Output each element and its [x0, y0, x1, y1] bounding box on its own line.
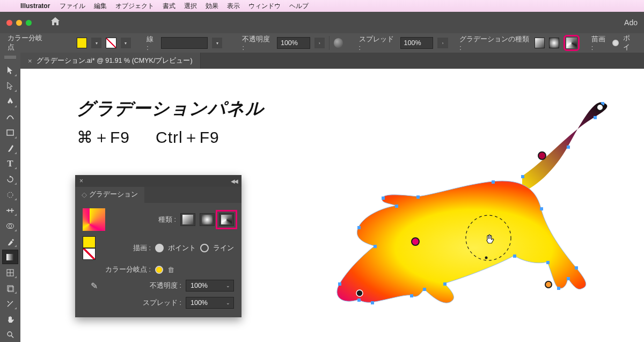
colorstop-icon[interactable]	[155, 266, 163, 274]
panel-close-icon[interactable]: ×	[79, 177, 83, 185]
point-radio[interactable]	[612, 40, 619, 46]
draw-line-label: ライン	[213, 244, 234, 253]
color-point-black-left[interactable]	[356, 290, 363, 296]
menu-edit[interactable]: 編集	[90, 2, 111, 11]
panel-header[interactable]: × ◀◀	[75, 175, 241, 187]
zoom-window-button[interactable]	[26, 20, 32, 26]
panel-opacity-input[interactable]: 100%⌄	[186, 280, 234, 292]
stroke-weight-input[interactable]	[161, 37, 208, 49]
home-icon[interactable]	[50, 17, 61, 28]
eyedropper-icon[interactable]: ✎	[91, 281, 98, 291]
svg-rect-24	[371, 301, 374, 304]
panel-stroke-swatch[interactable]	[83, 248, 96, 260]
gradient-radial-button[interactable]	[549, 38, 559, 48]
shortcut-mac: ⌘＋F9	[77, 128, 130, 146]
slice-tool[interactable]	[2, 296, 18, 311]
point-label: ポイ	[623, 34, 636, 52]
eyedropper-tool[interactable]	[2, 234, 18, 249]
type-freeform-button[interactable]	[219, 213, 234, 226]
type-linear-button[interactable]	[180, 213, 195, 226]
spread-label: スプレッド :	[359, 35, 396, 52]
svg-rect-16	[492, 180, 495, 184]
menu-view[interactable]: 表示	[223, 2, 244, 11]
draw-line-radio[interactable]	[200, 244, 209, 252]
pen-tool[interactable]	[2, 94, 18, 109]
menu-window[interactable]: ウィンドウ	[244, 2, 285, 11]
gradient-panel-tab[interactable]: ◇グラデーション	[75, 187, 144, 203]
svg-rect-21	[443, 282, 447, 286]
canvas[interactable]: グラデーションパネル ⌘＋F9Ctrl＋F9 × ◀◀ ◇グラデーション 種類 …	[20, 69, 644, 342]
close-window-button[interactable]	[6, 20, 12, 26]
panel-spread-input[interactable]: 100%⌄	[186, 297, 234, 309]
fill-swatch[interactable]	[77, 38, 87, 48]
panel-collapse-icon[interactable]: ◀◀	[231, 178, 237, 184]
menu-file[interactable]: ファイル	[55, 2, 90, 11]
type-tool[interactable]: T	[2, 157, 18, 171]
zoom-tool[interactable]	[2, 328, 18, 342]
gradient-panel[interactable]: × ◀◀ ◇グラデーション 種類 :	[75, 175, 241, 317]
rotate-tool[interactable]	[2, 172, 18, 186]
svg-rect-20	[513, 254, 516, 258]
svg-rect-15	[416, 195, 420, 199]
document-tabstrip: × グラデーション.ai* @ 91.91 % (CMYK/プレビュー)	[20, 53, 644, 69]
document-tab-label: グラデーション.ai* @ 91.91 % (CMYK/プレビュー)	[36, 56, 193, 66]
minimize-window-button[interactable]	[16, 20, 22, 26]
artboard-tool[interactable]	[2, 281, 18, 295]
panel-tab-label: グラデーション	[89, 190, 138, 199]
color-point-orange[interactable]	[545, 281, 552, 288]
color-point-magenta[interactable]	[412, 238, 419, 245]
rectangle-tool[interactable]	[2, 126, 18, 140]
menu-help[interactable]: ヘルプ	[285, 2, 313, 11]
workspace: T × グラデーション.ai* @ 91.91 % (CMYK/プレビュー) グ…	[0, 53, 644, 342]
draw-point-radio[interactable]	[155, 244, 164, 252]
curvature-tool[interactable]	[2, 110, 18, 125]
sphere-icon[interactable]	[334, 38, 343, 48]
stroke-label: 線 :	[147, 35, 157, 52]
scale-tool[interactable]	[2, 187, 18, 202]
gradient-type-label: グラデーションの種類 :	[459, 35, 530, 52]
mesh-tool[interactable]	[2, 265, 18, 280]
artwork-cat[interactable]	[310, 101, 616, 316]
width-tool[interactable]	[2, 203, 18, 217]
trash-icon[interactable]: 🗑	[167, 266, 174, 274]
opacity-menu[interactable]: ›	[314, 38, 325, 48]
gradient-freeform-highlight	[564, 35, 580, 51]
document-area: × グラデーション.ai* @ 91.91 % (CMYK/プレビュー) グラデ…	[20, 53, 644, 342]
spread-menu[interactable]: ›	[437, 38, 448, 48]
hand-tool[interactable]	[2, 312, 18, 326]
brush-tool[interactable]	[2, 141, 18, 156]
stroke-swatch-menu[interactable]: ▾	[121, 38, 131, 48]
panel-fill-swatch[interactable]	[83, 236, 96, 248]
svg-rect-29	[594, 116, 597, 119]
menu-app-name[interactable]: Illustrator	[15, 2, 55, 10]
stroke-weight-menu[interactable]: ▾	[212, 38, 222, 48]
stroke-swatch[interactable]	[106, 38, 116, 48]
panel-grip[interactable]	[4, 56, 16, 59]
color-point-tailtip[interactable]	[597, 104, 603, 111]
menu-object[interactable]: オブジェクト	[111, 2, 158, 11]
gradient-freeform-button[interactable]	[566, 38, 577, 48]
draw-point-label: ポイント	[168, 244, 196, 253]
menu-select[interactable]: 選択	[180, 2, 201, 11]
tool-panel: T	[0, 53, 20, 342]
gradient-linear-button[interactable]	[535, 38, 545, 48]
direct-select-tool[interactable]	[2, 79, 18, 93]
document-tab[interactable]: × グラデーション.ai* @ 91.91 % (CMYK/プレビュー)	[20, 53, 201, 69]
fill-swatch-menu[interactable]: ▾	[91, 38, 101, 48]
type-radial-button[interactable]	[200, 213, 215, 226]
panel-spread-label: スプレッド :	[143, 299, 181, 308]
svg-rect-17	[540, 207, 543, 210]
spread-input[interactable]: 100%	[400, 37, 434, 49]
color-point-darkred[interactable]	[538, 152, 546, 159]
opacity-input[interactable]: 100%	[277, 37, 310, 49]
svg-rect-9	[338, 282, 341, 286]
gradient-preview[interactable]	[83, 208, 105, 231]
menu-type[interactable]: 書式	[158, 2, 180, 11]
selection-tool[interactable]	[2, 63, 18, 78]
gradient-tool[interactable]	[2, 250, 18, 264]
type-label: 種類 :	[158, 215, 176, 224]
menu-effect[interactable]: 効果	[201, 2, 223, 11]
svg-point-8	[8, 332, 12, 336]
shape-builder-tool[interactable]	[2, 219, 18, 233]
close-tab-icon[interactable]: ×	[28, 57, 32, 65]
